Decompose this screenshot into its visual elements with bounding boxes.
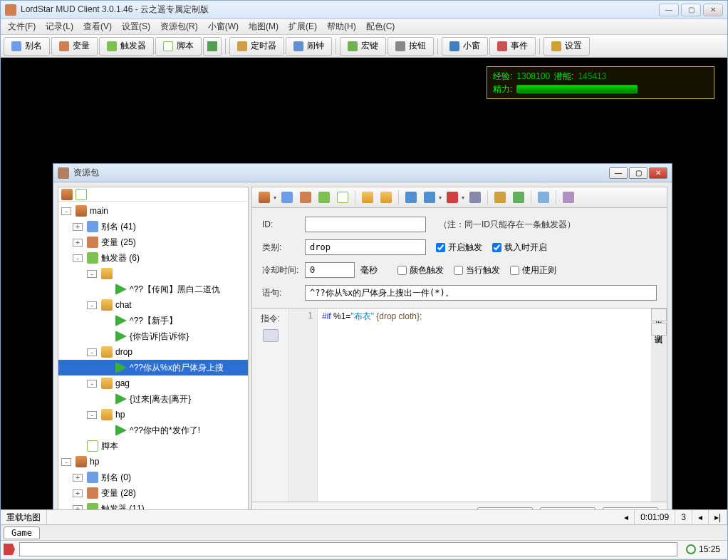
tree-hp-alias[interactable]: +别名 (0) xyxy=(58,470,248,485)
play-icon xyxy=(115,315,127,326)
etb-cfg[interactable] xyxy=(561,190,576,205)
etb-delete[interactable] xyxy=(444,190,460,205)
tb-window[interactable]: 小窗 xyxy=(442,37,488,56)
etb-script[interactable] xyxy=(335,190,350,205)
menu-record[interactable]: 记录(L) xyxy=(41,19,78,34)
tree-var[interactable]: +变量 (25) xyxy=(58,234,248,250)
cat-input[interactable] xyxy=(305,239,426,255)
dialog-min-button[interactable]: — xyxy=(609,167,628,179)
dialog-max-button[interactable]: ▢ xyxy=(629,167,648,179)
close-button[interactable]: ✕ xyxy=(703,4,723,16)
code-text[interactable]: #if %1="布衣" {drop cloth}; xyxy=(318,308,651,502)
menu-view[interactable]: 查看(V) xyxy=(79,19,116,34)
tree-alias[interactable]: +别名 (41) xyxy=(58,219,248,234)
tb-refresh[interactable] xyxy=(203,37,222,56)
onload-check[interactable]: 载入时开启 xyxy=(492,242,547,254)
nav-first[interactable]: ◂ xyxy=(618,510,635,524)
chevron-down-icon[interactable]: ▾ xyxy=(274,195,276,201)
etb-var[interactable] xyxy=(298,190,313,205)
tb-macro[interactable]: 宏键 xyxy=(340,37,386,56)
enable-check[interactable]: 开启触发 xyxy=(436,242,482,254)
tb-alarm[interactable]: 闹钟 xyxy=(286,37,332,56)
nav-next[interactable]: ▸| xyxy=(709,510,727,524)
tree-tool-edit-icon[interactable] xyxy=(76,189,87,200)
tb-settings[interactable]: 设置 xyxy=(544,37,590,56)
tree-trig-grp1[interactable]: - xyxy=(58,266,248,281)
menu-window[interactable]: 小窗(W) xyxy=(204,19,243,34)
chevron-down-icon[interactable]: ▾ xyxy=(439,195,442,201)
etb-open[interactable] xyxy=(256,190,272,205)
etb-paste[interactable] xyxy=(422,190,437,205)
folder-icon xyxy=(101,378,113,389)
tree-hpnode[interactable]: -hp xyxy=(58,407,248,422)
id-input[interactable] xyxy=(305,217,426,232)
alias-icon xyxy=(87,472,98,483)
menu-file[interactable]: 文件(F) xyxy=(4,19,40,34)
code-area[interactable]: 1 #if %1="布衣" {drop cloth}; xyxy=(289,308,651,502)
tb-var[interactable]: 变量 xyxy=(51,37,98,56)
etb-alias[interactable] xyxy=(279,190,295,205)
etb-trig[interactable] xyxy=(316,190,332,205)
dialog-close-button[interactable]: ✕ xyxy=(649,167,667,179)
tree-drop[interactable]: -drop xyxy=(58,344,248,360)
button-icon xyxy=(395,41,405,51)
tb-alias[interactable]: 别名 xyxy=(4,37,50,56)
regex-check[interactable]: 使用正则 xyxy=(510,264,556,276)
map-reload[interactable]: 重载地图 xyxy=(1,510,47,524)
etb-copy[interactable] xyxy=(403,190,419,205)
tree-script[interactable]: 脚本 xyxy=(58,438,248,454)
menu-color[interactable]: 配色(C) xyxy=(362,19,400,34)
tree-item-t2[interactable]: ^??【新手】 xyxy=(58,313,248,328)
menu-settings[interactable]: 设置(S) xyxy=(118,19,155,34)
game-tab[interactable]: Game xyxy=(4,527,40,539)
tb-button[interactable]: 按钮 xyxy=(388,37,434,56)
code-wrap: 指令: 1 #if %1="布衣" {drop cloth}; 指令 测试 xyxy=(251,308,667,502)
tree-item-t5[interactable]: {过来|离去|离开} xyxy=(58,391,248,407)
search-icon xyxy=(538,192,549,203)
tree-hp[interactable]: -hp xyxy=(58,454,248,470)
menu-help[interactable]: 帮助(H) xyxy=(323,19,360,34)
tree-item-t3[interactable]: {你告诉|告诉你} xyxy=(58,328,248,344)
tree-tool-pkg-icon[interactable] xyxy=(61,189,73,200)
app-icon xyxy=(5,4,16,16)
etb-trash[interactable] xyxy=(467,190,483,205)
tree-gag[interactable]: -gag xyxy=(58,375,248,391)
client-area: 经验: 1308100 潜能: 145413 精力: 资源包 — ▢ ✕ xyxy=(1,58,727,559)
menu-map[interactable]: 地图(M) xyxy=(244,19,283,34)
maximize-button[interactable]: ▢ xyxy=(681,4,701,16)
send-icon[interactable] xyxy=(4,544,15,555)
menu-resource[interactable]: 资源包(R) xyxy=(156,19,202,34)
var-icon xyxy=(300,192,311,203)
tree-main[interactable]: -main xyxy=(58,203,248,219)
tb-trig[interactable]: 触发器 xyxy=(99,37,154,56)
tree-chat[interactable]: -chat xyxy=(58,297,248,313)
cool-input[interactable] xyxy=(305,262,355,278)
tree-item-t4[interactable]: ^??你从%x的尸体身上搜 xyxy=(58,360,248,375)
status-strip: 重载地图 ◂ 0:01:09 3 ◂ ▸| xyxy=(1,509,727,525)
minimize-button[interactable]: — xyxy=(659,4,679,16)
etb-folder2[interactable] xyxy=(378,190,394,205)
etb-up[interactable] xyxy=(492,190,508,205)
resource-dialog: 资源包 — ▢ ✕ -main +别名 (41) xyxy=(53,163,672,551)
tree-item-t6[interactable]: ^??你中的*发作了! xyxy=(58,422,248,438)
chevron-down-icon[interactable]: ▾ xyxy=(462,195,464,201)
nav-prev[interactable]: ◂ xyxy=(692,510,709,524)
code-tool-icon[interactable] xyxy=(263,329,279,342)
tb-event[interactable]: 事件 xyxy=(489,37,536,56)
etb-search[interactable] xyxy=(536,190,551,205)
tb-timer[interactable]: 定时器 xyxy=(229,37,284,56)
tree-trig[interactable]: -触发器 (6) xyxy=(58,250,248,266)
cool-label: 冷却时间: xyxy=(262,264,299,276)
tb-script[interactable]: 脚本 xyxy=(155,37,202,56)
tree-item-t1[interactable]: ^??【传闻】黑白二道仇 xyxy=(58,281,248,297)
side-tab-cmd[interactable]: 指令 xyxy=(651,308,667,321)
etb-folder[interactable] xyxy=(360,190,375,205)
etb-down[interactable] xyxy=(511,190,526,205)
stmt-input[interactable] xyxy=(305,285,657,301)
line-check[interactable]: 当行触发 xyxy=(454,264,500,276)
color-check[interactable]: 颜色触发 xyxy=(397,264,444,276)
tree-hp-var[interactable]: +变量 (28) xyxy=(58,485,248,501)
menu-ext[interactable]: 扩展(E) xyxy=(284,19,321,34)
command-input[interactable] xyxy=(19,542,677,556)
side-tab-test[interactable]: 测试 xyxy=(651,323,667,336)
